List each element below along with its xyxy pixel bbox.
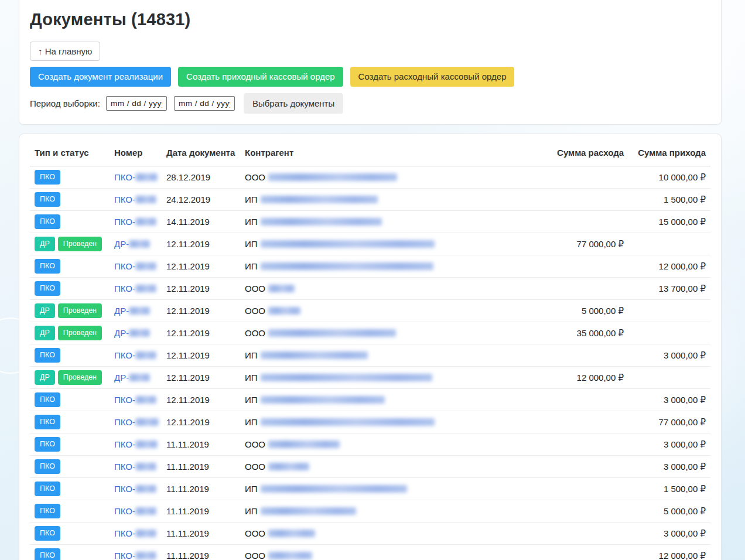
income-sum-cell bbox=[628, 322, 710, 344]
income-sum-cell: 5 000,00 ₽ bbox=[628, 500, 710, 523]
table-row: ПКО ПКО- 11.11.2019 ООО 3 000,00 ₽ bbox=[30, 433, 710, 456]
status-badge: ПКО bbox=[35, 415, 60, 429]
counterparty-link[interactable] bbox=[268, 328, 396, 338]
redacted-counterparty-name bbox=[268, 441, 340, 448]
type-status-cell: ДРПроведен bbox=[30, 233, 110, 255]
document-number-link[interactable]: ПКО- bbox=[114, 284, 156, 293]
income-sum-cell: 15 000,00 ₽ bbox=[628, 211, 710, 233]
document-number-link[interactable]: ПКО- bbox=[114, 484, 156, 494]
redacted-counterparty-name bbox=[268, 307, 300, 315]
counterparty-link[interactable] bbox=[268, 172, 397, 182]
counterparty-link[interactable] bbox=[261, 484, 407, 494]
period-date-to-input[interactable] bbox=[174, 96, 235, 111]
redacted-counterparty-name bbox=[261, 218, 382, 226]
counterparty-link[interactable] bbox=[268, 284, 295, 293]
expense-sum-cell bbox=[505, 278, 628, 300]
type-status-cell: ПКО bbox=[30, 255, 110, 278]
document-number-link[interactable]: ПКО- bbox=[114, 506, 156, 516]
expense-sum-cell bbox=[505, 500, 628, 523]
doc-date-cell: 12.11.2019 bbox=[162, 233, 240, 255]
type-status-cell: ПКО bbox=[30, 523, 110, 545]
doc-date-cell: 11.11.2019 bbox=[162, 500, 240, 523]
redacted-number bbox=[135, 418, 159, 426]
document-number-link[interactable]: ДР- bbox=[114, 328, 150, 338]
counterparty-cell: ООО bbox=[240, 166, 505, 189]
counterparty-link[interactable] bbox=[261, 506, 356, 516]
status-badge: ПКО bbox=[35, 459, 60, 474]
counterparty-cell: ООО bbox=[240, 300, 505, 322]
period-filter-row: Период выборки: Выбрать документы bbox=[30, 93, 710, 114]
document-number-link[interactable]: ПКО- bbox=[114, 417, 159, 427]
redacted-number bbox=[129, 329, 150, 337]
counterparty-prefix: ООО bbox=[245, 551, 265, 560]
counterparty-link[interactable] bbox=[261, 417, 435, 427]
redacted-counterparty-name bbox=[261, 240, 435, 248]
status-badge: ПКО bbox=[35, 392, 60, 407]
redacted-counterparty-name bbox=[268, 552, 312, 559]
document-number-link[interactable]: ПКО- bbox=[114, 528, 156, 538]
counterparty-link[interactable] bbox=[261, 395, 385, 405]
counterparty-prefix: ИП bbox=[245, 417, 258, 427]
counterparty-link[interactable] bbox=[268, 439, 340, 449]
redacted-number bbox=[135, 463, 156, 470]
document-number-link[interactable]: ПКО- bbox=[114, 172, 158, 182]
counterparty-cell: ООО bbox=[240, 278, 505, 300]
home-button[interactable]: ↑ На главную bbox=[30, 42, 100, 61]
redacted-number bbox=[135, 396, 156, 404]
type-status-cell: ПКО bbox=[30, 433, 110, 456]
document-number-link[interactable]: ПКО- bbox=[114, 194, 156, 204]
redacted-counterparty-name bbox=[261, 485, 407, 493]
table-row: ПКО ПКО- 28.12.2019 ООО 10 000,00 ₽ bbox=[30, 166, 710, 189]
table-row: ПКО ПКО- 24.12.2019 ИП 1 500,00 ₽ bbox=[30, 189, 710, 211]
number-cell: ПКО- bbox=[110, 166, 162, 189]
type-status-cell: ПКО bbox=[30, 278, 110, 300]
number-cell: ПКО- bbox=[110, 500, 162, 523]
status-badge: ПКО bbox=[35, 548, 60, 560]
document-number-link[interactable]: ПКО- bbox=[114, 261, 156, 271]
counterparty-link[interactable] bbox=[268, 551, 312, 560]
document-number-link[interactable]: ПКО- bbox=[114, 350, 156, 360]
create-sale-document-button[interactable]: Создать документ реализации bbox=[30, 67, 171, 87]
select-documents-button[interactable]: Выбрать документы bbox=[244, 93, 343, 114]
income-sum-cell: 3 000,00 ₽ bbox=[628, 456, 710, 478]
document-number-link[interactable]: ПКО- bbox=[114, 395, 156, 405]
number-cell: ПКО- bbox=[110, 211, 162, 233]
counterparty-link[interactable] bbox=[261, 239, 435, 249]
counterparty-link[interactable] bbox=[268, 528, 315, 538]
doc-date-cell: 12.11.2019 bbox=[162, 322, 240, 344]
redacted-number bbox=[129, 374, 150, 381]
redacted-counterparty-name bbox=[261, 418, 435, 426]
counterparty-link[interactable] bbox=[268, 462, 309, 472]
counterparty-prefix: ИП bbox=[245, 194, 258, 204]
table-row: ПКО ПКО- 12.11.2019 ИП 3 000,00 ₽ bbox=[30, 344, 710, 367]
document-number-link[interactable]: ДР- bbox=[114, 239, 150, 249]
redacted-number bbox=[129, 307, 150, 315]
document-number-link[interactable]: ДР- bbox=[114, 306, 150, 316]
counterparty-link[interactable] bbox=[261, 194, 378, 204]
table-row: ПКО ПКО- 11.11.2019 ИП 1 500,00 ₽ bbox=[30, 478, 710, 500]
income-sum-cell: 77 000,00 ₽ bbox=[628, 411, 710, 433]
counterparty-link[interactable] bbox=[261, 373, 432, 383]
counterparty-link[interactable] bbox=[261, 217, 382, 227]
create-income-cash-order-button[interactable]: Создать приходный кассовый ордер bbox=[178, 67, 343, 87]
income-sum-cell bbox=[628, 367, 710, 389]
document-number-link[interactable]: ПКО- bbox=[114, 217, 156, 227]
income-sum-cell: 3 000,00 ₽ bbox=[628, 344, 710, 367]
counterparty-link[interactable] bbox=[261, 261, 433, 271]
document-number-link[interactable]: ПКО- bbox=[114, 462, 156, 472]
document-number-link[interactable]: ДР- bbox=[114, 373, 150, 383]
status-badge: ПКО bbox=[35, 504, 60, 518]
counterparty-link[interactable] bbox=[268, 306, 300, 316]
table-row: ПКО ПКО- 12.11.2019 ИП 3 000,00 ₽ bbox=[30, 389, 710, 411]
status-badge: ПКО bbox=[35, 437, 60, 452]
type-status-cell: ПКО bbox=[30, 189, 110, 211]
document-number-link[interactable]: ПКО- bbox=[114, 551, 156, 560]
counterparty-link[interactable] bbox=[261, 350, 368, 360]
counterparty-cell: ООО bbox=[240, 456, 505, 478]
document-number-link[interactable]: ПКО- bbox=[114, 439, 158, 449]
redacted-counterparty-name bbox=[268, 173, 397, 181]
number-cell: ПКО- bbox=[110, 456, 162, 478]
period-date-from-input[interactable] bbox=[106, 96, 167, 111]
create-expense-cash-order-button[interactable]: Создать расходный кассовый ордер bbox=[350, 67, 515, 87]
redacted-counterparty-name bbox=[268, 285, 295, 292]
